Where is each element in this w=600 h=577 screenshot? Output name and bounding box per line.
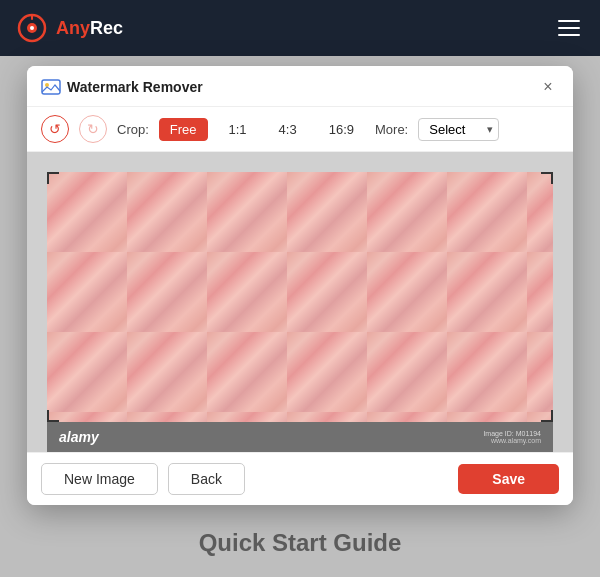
- hamburger-line-1: [558, 20, 580, 22]
- modal-title-area: Watermark Remover: [41, 77, 203, 97]
- watermark-brand: alamy: [59, 429, 99, 445]
- new-image-button[interactable]: New Image: [41, 463, 158, 495]
- image-preview: [47, 172, 553, 422]
- modal-title-icon: [41, 77, 61, 97]
- hamburger-menu-button[interactable]: [554, 16, 584, 40]
- more-label: More:: [375, 122, 408, 137]
- crop-1-1-button[interactable]: 1:1: [218, 118, 258, 141]
- undo-button[interactable]: ↺: [41, 115, 69, 143]
- watermark-info: Image ID: M01194 www.alamy.com: [483, 430, 541, 444]
- anyrec-logo-icon: [16, 12, 48, 44]
- crop-4-3-button[interactable]: 4:3: [268, 118, 308, 141]
- modal-overlay: Watermark Remover × ↺ ↻ Crop: Free 1:1 4…: [0, 56, 600, 577]
- crop-corner-topleft[interactable]: [47, 172, 59, 184]
- image-canvas: alamy Image ID: M01194 www.alamy.com: [27, 152, 573, 452]
- logo-rec: Rec: [90, 18, 123, 38]
- footer-left-buttons: New Image Back: [41, 463, 245, 495]
- crop-corner-topright[interactable]: [541, 172, 553, 184]
- modal-toolbar: ↺ ↻ Crop: Free 1:1 4:3 16:9 More: Select…: [27, 107, 573, 152]
- select-wrapper: Select Custom 9:16 2:3 3:2: [418, 118, 499, 141]
- watermark-url: www.alamy.com: [483, 437, 541, 444]
- logo: AnyRec: [16, 12, 123, 44]
- crop-16-9-button[interactable]: 16:9: [318, 118, 365, 141]
- hamburger-line-3: [558, 34, 580, 36]
- crop-select-dropdown[interactable]: Select Custom 9:16 2:3 3:2: [418, 118, 499, 141]
- modal-title-text: Watermark Remover: [67, 79, 203, 95]
- modal-close-button[interactable]: ×: [537, 76, 559, 98]
- logo-any: Any: [56, 18, 90, 38]
- crop-label: Crop:: [117, 122, 149, 137]
- modal-titlebar: Watermark Remover ×: [27, 66, 573, 107]
- crop-corner-bottomright[interactable]: [541, 410, 553, 422]
- modal-footer: New Image Back Save: [27, 452, 573, 505]
- logo-text: AnyRec: [56, 18, 123, 39]
- redo-button[interactable]: ↻: [79, 115, 107, 143]
- hamburger-line-2: [558, 27, 580, 29]
- watermark-strip: alamy Image ID: M01194 www.alamy.com: [47, 422, 553, 452]
- image-canvas-area: alamy Image ID: M01194 www.alamy.com: [27, 152, 573, 452]
- crop-corner-bottomleft[interactable]: [47, 410, 59, 422]
- back-button[interactable]: Back: [168, 463, 245, 495]
- crop-free-button[interactable]: Free: [159, 118, 208, 141]
- svg-point-2: [30, 26, 34, 30]
- watermark-image-id: Image ID: M01194: [483, 430, 541, 437]
- save-button[interactable]: Save: [458, 464, 559, 494]
- watermark-remover-modal: Watermark Remover × ↺ ↻ Crop: Free 1:1 4…: [27, 66, 573, 505]
- top-navigation: AnyRec: [0, 0, 600, 56]
